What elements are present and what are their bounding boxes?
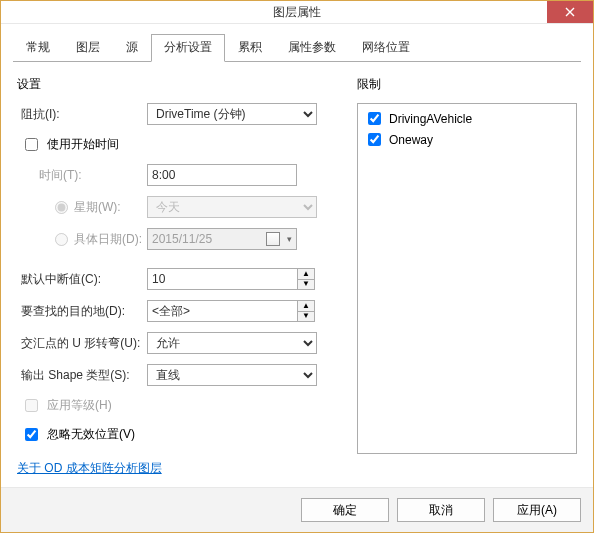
tab-source[interactable]: 源 — [113, 34, 151, 62]
default-break-stepper: ▲ ▼ — [147, 268, 315, 290]
tab-bar: 常规 图层 源 分析设置 累积 属性参数 网络位置 — [13, 34, 581, 62]
cancel-button[interactable]: 取消 — [397, 498, 485, 522]
default-break-label: 默认中断值(C): — [17, 271, 147, 288]
day-of-week-label: 星期(W): — [74, 199, 121, 216]
tab-general[interactable]: 常规 — [13, 34, 63, 62]
close-icon — [565, 7, 575, 17]
destinations-up[interactable]: ▲ — [298, 301, 314, 312]
specific-date-label: 具体日期(D): — [74, 231, 142, 248]
tab-analysis-settings[interactable]: 分析设置 — [151, 34, 225, 62]
restriction-label-1: Oneway — [389, 133, 433, 147]
destinations-input[interactable] — [147, 300, 297, 322]
impedance-select[interactable]: DriveTime (分钟) — [147, 103, 317, 125]
default-break-row: 默认中断值(C): ▲ ▼ — [17, 268, 345, 290]
dialog-title: 图层属性 — [273, 4, 321, 21]
restriction-item: Oneway — [362, 129, 572, 150]
use-start-time-label: 使用开始时间 — [47, 136, 119, 153]
destinations-down[interactable]: ▼ — [298, 312, 314, 322]
restriction-label-0: DrivingAVehicle — [389, 112, 472, 126]
destinations-stepper: ▲ ▼ — [147, 300, 315, 322]
impedance-row: 阻抗(I): DriveTime (分钟) — [17, 103, 345, 125]
destinations-label: 要查找的目的地(D): — [17, 303, 147, 320]
dialog-content: 常规 图层 源 分析设置 累积 属性参数 网络位置 设置 阻抗(I): Driv… — [1, 24, 593, 487]
impedance-label: 阻抗(I): — [17, 106, 147, 123]
shape-label: 输出 Shape 类型(S): — [17, 367, 147, 384]
default-break-up[interactable]: ▲ — [298, 269, 314, 280]
ignore-invalid-label: 忽略无效位置(V) — [47, 426, 135, 443]
shape-row: 输出 Shape 类型(S): 直线 — [17, 364, 345, 386]
restrictions-listbox[interactable]: DrivingAVehicle Oneway — [357, 103, 577, 454]
restriction-checkbox-1[interactable] — [368, 133, 381, 146]
dialog-window: 图层属性 常规 图层 源 分析设置 累积 属性参数 网络位置 设置 阻抗(I):… — [0, 0, 594, 533]
hierarchy-row: 应用等级(H) — [17, 396, 345, 415]
uturn-label: 交汇点的 U 形转弯(U): — [17, 335, 147, 352]
tab-network-locations[interactable]: 网络位置 — [349, 34, 423, 62]
specific-date-radio[interactable] — [55, 233, 68, 246]
specific-date-value: 2015/11/25 — [148, 232, 266, 246]
default-break-input[interactable] — [147, 268, 297, 290]
settings-panel: 设置 阻抗(I): DriveTime (分钟) 使用开始时间 时间(T): — [17, 74, 345, 454]
ignore-invalid-checkbox[interactable] — [25, 428, 38, 441]
restrictions-panel: 限制 DrivingAVehicle Oneway — [357, 74, 577, 454]
hierarchy-label: 应用等级(H) — [47, 397, 112, 414]
restriction-item: DrivingAVehicle — [362, 108, 572, 129]
settings-section-title: 设置 — [17, 76, 345, 93]
uturn-row: 交汇点的 U 形转弯(U): 允许 — [17, 332, 345, 354]
shape-select[interactable]: 直线 — [147, 364, 317, 386]
tab-attribute-params[interactable]: 属性参数 — [275, 34, 349, 62]
help-link[interactable]: 关于 OD 成本矩阵分析图层 — [13, 454, 581, 487]
apply-button[interactable]: 应用(A) — [493, 498, 581, 522]
specific-date-picker[interactable]: 2015/11/25 ▾ — [147, 228, 297, 250]
close-button[interactable] — [547, 1, 593, 23]
use-start-time-checkbox[interactable] — [25, 138, 38, 151]
tab-accumulation[interactable]: 累积 — [225, 34, 275, 62]
calendar-icon — [266, 232, 280, 246]
restrictions-section-title: 限制 — [357, 76, 577, 93]
destinations-row: 要查找的目的地(D): ▲ ▼ — [17, 300, 345, 322]
destinations-stepper-buttons: ▲ ▼ — [297, 300, 315, 322]
ok-button[interactable]: 确定 — [301, 498, 389, 522]
day-of-week-select[interactable]: 今天 — [147, 196, 317, 218]
default-break-down[interactable]: ▼ — [298, 280, 314, 290]
tab-layers[interactable]: 图层 — [63, 34, 113, 62]
dialog-footer: 确定 取消 应用(A) — [1, 487, 593, 532]
hierarchy-checkbox[interactable] — [25, 399, 38, 412]
time-label: 时间(T): — [17, 167, 147, 184]
chevron-down-icon: ▾ — [282, 234, 296, 244]
uturn-select[interactable]: 允许 — [147, 332, 317, 354]
specific-date-radio-label: 具体日期(D): — [17, 231, 147, 248]
time-row: 时间(T): — [17, 164, 345, 186]
restriction-checkbox-0[interactable] — [368, 112, 381, 125]
specific-date-row: 具体日期(D): 2015/11/25 ▾ — [17, 228, 345, 250]
day-of-week-radio[interactable] — [55, 201, 68, 214]
titlebar: 图层属性 — [1, 1, 593, 24]
day-of-week-radio-label: 星期(W): — [17, 199, 147, 216]
use-start-time-row: 使用开始时间 — [17, 135, 345, 154]
dialog-body: 设置 阻抗(I): DriveTime (分钟) 使用开始时间 时间(T): — [13, 70, 581, 454]
ignore-invalid-row: 忽略无效位置(V) — [17, 425, 345, 444]
time-input[interactable] — [147, 164, 297, 186]
day-of-week-row: 星期(W): 今天 — [17, 196, 345, 218]
default-break-stepper-buttons: ▲ ▼ — [297, 268, 315, 290]
